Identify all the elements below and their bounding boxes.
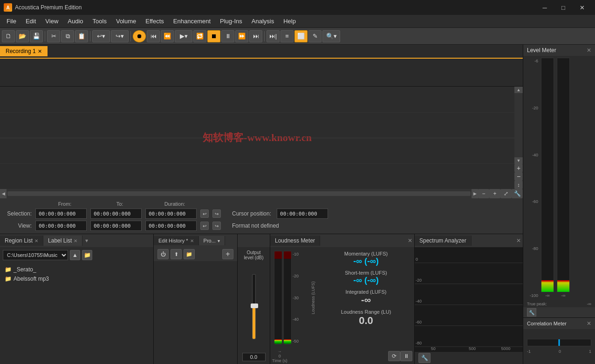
menu-edit[interactable]: Edit	[21, 16, 41, 27]
region-tab-close[interactable]: ✕	[34, 238, 38, 243]
scroll-right-button[interactable]: ▶	[472, 189, 478, 198]
layers-button[interactable]: ≡	[280, 30, 294, 42]
scroll-track-h[interactable]	[7, 191, 471, 196]
tab-edit-history[interactable]: Edit History * ✕	[154, 236, 199, 245]
list-item[interactable]: 📁 _Serato_	[2, 265, 151, 274]
view-back[interactable]: ↩	[200, 222, 209, 230]
undo-button[interactable]: ↩▾	[92, 30, 110, 42]
tab-spectrum[interactable]: Spectrum Analyzer	[415, 236, 472, 246]
view-from-field[interactable]	[35, 221, 87, 231]
recording-tab[interactable]: Recording 1 ✕	[0, 46, 48, 56]
folder-up-button[interactable]: ▲	[70, 250, 80, 260]
sel-from-field[interactable]	[35, 209, 87, 219]
zoom-in-h-button[interactable]: +	[489, 189, 500, 198]
menu-view[interactable]: View	[41, 16, 63, 27]
loudness-footer: → 0 Time (s) ⟳ ⏸	[270, 348, 414, 364]
fast-forward-button[interactable]: ⏩	[235, 30, 248, 42]
sel-to-field[interactable]	[90, 209, 142, 219]
maximize-button[interactable]: □	[554, 0, 573, 15]
zoom-out-v-button[interactable]: −	[514, 172, 523, 181]
menu-volume[interactable]: Volume	[111, 16, 141, 27]
edit-folder-button[interactable]: 📁	[184, 249, 195, 259]
list-item[interactable]: 📁 Abelssoft mp3	[2, 274, 151, 283]
slider-thumb[interactable]	[251, 303, 258, 308]
zoom-button[interactable]: 🔍▾	[322, 30, 340, 42]
tab-region-list[interactable]: Region List ✕	[0, 236, 43, 246]
redo-button[interactable]: ↪▾	[111, 30, 129, 42]
menu-audio[interactable]: Audio	[63, 16, 88, 27]
scroll-down-button[interactable]: ▼	[514, 157, 523, 164]
recording-tab-bar: Recording 1 ✕	[0, 45, 523, 58]
skip-button[interactable]: ⏭|	[267, 30, 280, 42]
props-dropdown[interactable]: ▾	[218, 238, 220, 243]
menu-tools[interactable]: Tools	[88, 16, 111, 27]
open-button[interactable]: 📂	[16, 30, 29, 42]
view-fwd[interactable]: ↪	[212, 222, 221, 230]
edit-tab-close[interactable]: ✕	[190, 238, 194, 243]
zoom-in-v-button[interactable]: +	[514, 164, 523, 172]
paste-button[interactable]: 📋	[75, 30, 88, 42]
save-button[interactable]: 💾	[30, 30, 43, 42]
loop-button[interactable]: 🔁	[193, 30, 206, 42]
pencil-button[interactable]: ✎	[308, 30, 321, 42]
sel-dur-field[interactable]	[145, 209, 197, 219]
cursor-pos-field[interactable]	[277, 209, 328, 219]
edit-power-button[interactable]: ⏻	[157, 249, 169, 259]
wrench-button[interactable]: 🔧	[512, 189, 523, 198]
pause-button[interactable]: ⏸	[221, 30, 234, 42]
menu-effects[interactable]: Effects	[141, 16, 169, 27]
menu-file[interactable]: File	[2, 16, 21, 27]
rewind-button[interactable]: ⏪	[161, 30, 174, 42]
tab-add-button[interactable]: ▾	[82, 236, 91, 246]
zoom-out-h-button[interactable]: −	[478, 189, 489, 198]
cut-button[interactable]: ✂	[47, 30, 60, 42]
slider-container	[252, 265, 256, 348]
folder-path-select[interactable]: C:\Users\10755\Music	[3, 250, 68, 260]
sel-from-fwd[interactable]: ↪	[212, 209, 221, 218]
level-tool-button[interactable]: 🔧	[527, 308, 536, 317]
view-to-field[interactable]	[90, 221, 142, 231]
scroll-up-button[interactable]: ▲	[514, 87, 523, 93]
folder-open-button[interactable]: 📁	[82, 250, 92, 260]
scroll-left-button[interactable]: ◀	[0, 189, 7, 198]
loudness-pause-button[interactable]: ⏸	[400, 351, 412, 361]
tab-label-list[interactable]: Label List ✕	[43, 236, 82, 246]
edit-add-button[interactable]: +	[222, 249, 233, 259]
level-meter-close[interactable]: ✕	[587, 47, 591, 54]
close-button[interactable]: ✕	[573, 0, 591, 15]
goto-start-button[interactable]: ⏮	[147, 30, 160, 42]
spectrum-tool-button[interactable]: 🔧	[418, 353, 431, 363]
tab-loudness[interactable]: Loudness Meter	[270, 236, 320, 246]
copy-button[interactable]: ⧉	[61, 30, 74, 42]
correlation-close[interactable]: ✕	[587, 320, 591, 327]
stop-button[interactable]: ⏹	[207, 30, 220, 42]
menu-help[interactable]: Help	[279, 16, 301, 27]
output-value-field[interactable]	[242, 353, 266, 361]
new-button[interactable]: 🗋	[2, 30, 15, 42]
zoom-fit-v-button[interactable]: ↕	[514, 181, 523, 189]
loudness-close-button[interactable]: ✕	[408, 237, 412, 244]
tab-properties[interactable]: Pro... ▾	[199, 236, 225, 245]
label-tab-close[interactable]: ✕	[74, 238, 77, 243]
waveform-content[interactable]: 知软博客-www.knowr.cn	[0, 87, 514, 189]
recording-tab-close[interactable]: ✕	[38, 48, 42, 54]
spectrum-tab-label: Spectrum Analyzer	[419, 237, 466, 244]
select-tool-button[interactable]: ⬜	[294, 30, 308, 42]
menubar: File Edit View Audio Tools Volume Effect…	[0, 15, 595, 28]
level-track-r	[557, 58, 570, 292]
edit-export-button[interactable]: ⬆	[171, 249, 182, 259]
waveform-overview[interactable]	[0, 59, 523, 87]
zoom-fit-h-button[interactable]: ⤢	[500, 189, 512, 198]
goto-end-button[interactable]: ⏭	[249, 30, 262, 42]
minimize-button[interactable]: ─	[535, 0, 554, 15]
menu-enhancement[interactable]: Enhancement	[169, 16, 215, 27]
menu-plugins[interactable]: Plug-Ins	[215, 16, 247, 27]
loudness-reset-button[interactable]: ⟳	[388, 351, 400, 361]
sel-from-back[interactable]: ↩	[200, 209, 209, 218]
play-button[interactable]: ▶▾	[175, 30, 192, 42]
menu-analysis[interactable]: Analysis	[247, 16, 279, 27]
record-button[interactable]: ⏺	[133, 30, 146, 42]
spectrum-close-button[interactable]: ✕	[516, 237, 521, 244]
left-panel: Recording 1 ✕ 知软博客-www.knowr.cn	[0, 45, 523, 364]
view-dur-field[interactable]	[145, 221, 197, 231]
